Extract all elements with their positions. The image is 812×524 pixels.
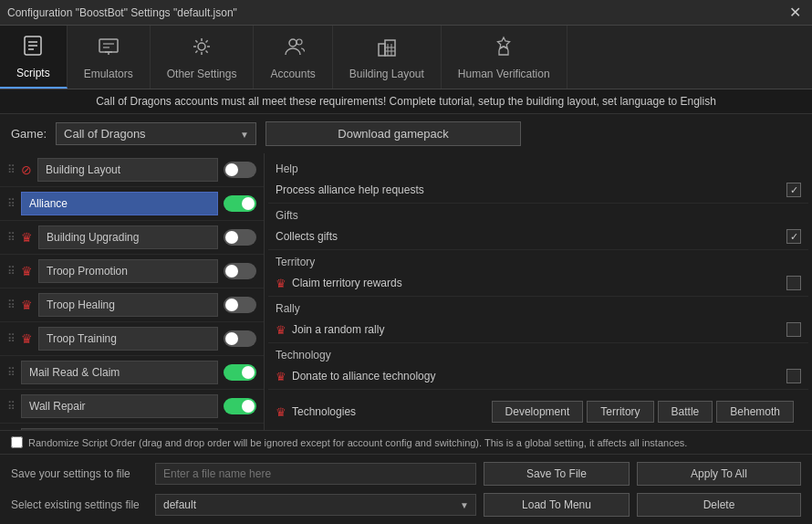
svg-point-10 (289, 39, 297, 47)
section-header: Rally (268, 297, 808, 317)
tech-category-button[interactable]: Territory (587, 401, 653, 423)
feature-row: ♛Join a random rally (268, 317, 808, 343)
feature-label: Join a random rally (292, 323, 384, 336)
feature-name: ♛Donate to alliance technology (276, 370, 779, 383)
script-warning-icon: ♛ (21, 264, 33, 278)
drag-handle-icon[interactable]: ⠿ (7, 231, 16, 244)
feature-checkbox[interactable] (786, 276, 801, 290)
randomize-checkbox[interactable] (11, 436, 23, 448)
feature-label: Claim territory rewards (292, 277, 402, 289)
main-panels: ⠿⊘Building Layout⠿Alliance⠿♛Building Upg… (0, 153, 812, 430)
feature-checkbox[interactable] (786, 229, 801, 244)
tab-other-settings[interactable]: Other Settings (151, 26, 255, 89)
human-verification-icon (492, 35, 515, 64)
info-text: Call of Dragons accounts must all meet t… (96, 95, 716, 108)
game-row: Game: Call of Dragons Rise of Kingdoms O… (0, 114, 812, 153)
feature-label: Process alliance help requests (276, 183, 424, 196)
script-warning-icon: ♛ (21, 230, 33, 245)
scripts-icon (21, 34, 45, 63)
drag-handle-icon[interactable]: ⠿ (7, 366, 16, 379)
script-item: ⠿⊘Building Layout (0, 153, 264, 187)
script-toggle[interactable] (224, 162, 256, 178)
drag-handle-icon[interactable]: ⠿ (7, 265, 16, 278)
tab-accounts[interactable]: Accounts (254, 26, 332, 89)
section-header: Technology (268, 343, 808, 363)
existing-file-select[interactable]: default config1 config2 (155, 494, 476, 516)
script-toggle[interactable] (224, 330, 256, 347)
script-toggle[interactable] (224, 195, 256, 212)
tech-category-button[interactable]: Behemoth (716, 401, 794, 423)
nav-tabs: Scripts Emulators Other Settings (0, 26, 812, 89)
script-item: ⠿Mail Read & Claim (0, 356, 264, 390)
script-button[interactable]: Mail Read & Claim (21, 361, 218, 384)
scripts-list: ⠿⊘Building Layout⠿Alliance⠿♛Building Upg… (0, 153, 264, 430)
script-item: ⠿Alliance (0, 187, 264, 221)
script-warning-icon: ⊘ (21, 162, 32, 177)
load-to-menu-button[interactable]: Load To Menu (484, 493, 630, 517)
right-panel: HelpProcess alliance help requestsGiftsC… (265, 153, 812, 430)
game-select-wrapper: Call of Dragons Rise of Kingdoms Other (56, 122, 256, 145)
script-button[interactable]: Troop Training (38, 327, 218, 351)
feature-label: Donate to alliance technology (292, 370, 435, 383)
drag-handle-icon[interactable]: ⠿ (7, 332, 16, 345)
feature-icon: ♛ (276, 323, 286, 337)
tech-buttons-group: DevelopmentTerritoryBattleBehemoth (484, 395, 801, 428)
feature-row: Process alliance help requests (268, 177, 808, 204)
building-layout-icon (375, 35, 399, 64)
feature-checkbox[interactable] (786, 183, 801, 197)
tab-human-verification[interactable]: Human Verification (442, 26, 567, 89)
download-gamepack-button[interactable]: Download gamepack (265, 121, 521, 146)
script-toggle[interactable] (224, 364, 256, 381)
script-button[interactable]: Alliance (21, 192, 218, 215)
close-button[interactable]: ✕ (786, 4, 805, 21)
script-item: ⠿Wall Repair (0, 390, 264, 424)
drag-handle-icon[interactable]: ⠿ (7, 299, 16, 311)
svg-point-11 (297, 39, 302, 45)
script-warning-icon: ♛ (21, 298, 33, 312)
tab-scripts[interactable]: Scripts (0, 26, 68, 89)
drag-handle-icon[interactable]: ⠿ (7, 163, 16, 176)
tab-emulators[interactable]: Emulators (68, 26, 151, 89)
script-toggle[interactable] (224, 229, 256, 246)
drag-handle-icon[interactable]: ⠿ (7, 400, 16, 413)
script-button[interactable]: Troop Healing (38, 293, 218, 317)
feature-name: ♛Claim territory rewards (276, 277, 779, 290)
window-title: Configuration "BoostBot" Settings "defau… (7, 6, 237, 19)
script-toggle[interactable] (224, 398, 256, 414)
select-settings-row: Select existing settings file default co… (11, 491, 801, 519)
right-panel-content: HelpProcess alliance help requestsGiftsC… (268, 157, 808, 430)
script-item: ⠿♛Troop Training (0, 322, 264, 356)
script-button[interactable]: Building Upgrading (38, 225, 218, 249)
tech-category-button[interactable]: Development (492, 401, 584, 423)
svg-rect-12 (379, 44, 385, 56)
game-select[interactable]: Call of Dragons Rise of Kingdoms Other (56, 122, 256, 145)
feature-label: Collects gifts (276, 230, 338, 243)
save-to-file-button[interactable]: Save To File (484, 462, 630, 486)
save-label: Save your settings to file (11, 467, 148, 480)
section-header: Gifts (268, 204, 808, 224)
file-name-input[interactable] (155, 463, 476, 485)
delete-button[interactable]: Delete (637, 493, 801, 517)
tech-category-button[interactable]: Battle (658, 401, 713, 423)
script-button[interactable]: Wall Repair (21, 394, 218, 418)
drag-handle-icon[interactable]: ⠿ (7, 197, 16, 210)
feature-checkbox[interactable] (786, 369, 801, 383)
script-item: ⠿♛Troop Promotion (0, 255, 264, 288)
script-toggle[interactable] (224, 297, 256, 313)
script-warning-icon: ♛ (21, 331, 33, 346)
technologies-name-row: ♛TechnologiesDevelopmentTerritoryBattleB… (268, 390, 808, 430)
tab-building-layout[interactable]: Building Layout (333, 26, 442, 89)
technologies-name: Technologies (292, 405, 356, 418)
randomize-row: Randomize Script Order (drag and drop or… (0, 431, 812, 455)
feature-checkbox[interactable] (786, 322, 801, 337)
script-item: ⠿♛Building Upgrading (0, 221, 264, 255)
script-item: ⠿Quests (0, 424, 264, 430)
left-panel: ⠿⊘Building Layout⠿Alliance⠿♛Building Upg… (0, 153, 265, 430)
section-header: Territory (268, 250, 808, 270)
script-button[interactable]: Troop Promotion (38, 259, 218, 283)
feature-name: Collects gifts (276, 230, 779, 243)
bottom-area: Randomize Script Order (drag and drop or… (0, 430, 812, 524)
apply-to-all-button[interactable]: Apply To All (637, 462, 801, 486)
script-button[interactable]: Building Layout (37, 158, 218, 182)
script-toggle[interactable] (224, 263, 256, 279)
